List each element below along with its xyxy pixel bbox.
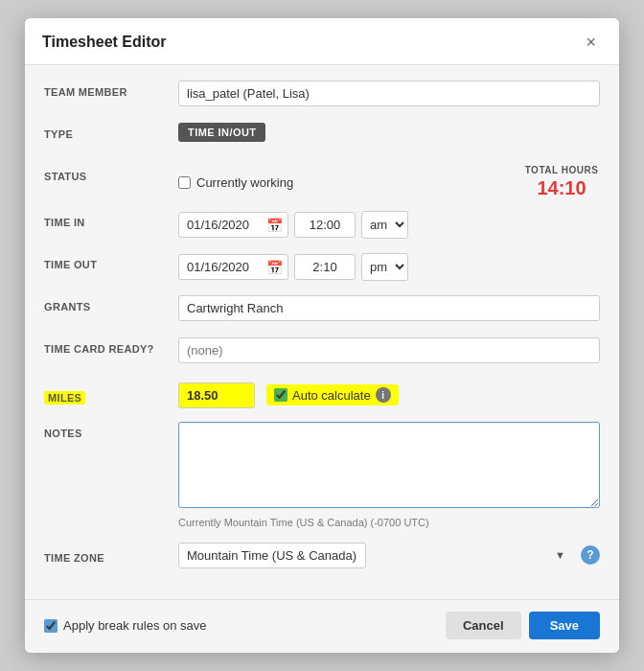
type-badge: TIME IN/OUT (178, 123, 265, 142)
miles-label: MILES (44, 386, 178, 404)
footer-buttons: Cancel Save (446, 612, 600, 639)
auto-calculate-label: Auto calculate (292, 388, 371, 403)
time-out-ampm-select[interactable]: am pm (361, 253, 408, 281)
help-icon[interactable]: ? (581, 545, 600, 565)
status-row: STATUS Currently working TOTAL HOURS 14:… (44, 165, 600, 199)
notes-control: Currently Mountain Time (US & Canada) (-… (178, 422, 600, 528)
time-out-label: TIME OUT (44, 253, 178, 270)
auto-calculate-area: Auto calculate i (266, 384, 399, 405)
close-button[interactable]: × (580, 32, 602, 53)
total-hours-label: TOTAL HOURS (523, 165, 600, 175)
type-row: TYPE TIME IN/OUT (44, 123, 600, 153)
dialog-title: Timesheet Editor (42, 34, 167, 51)
notes-textarea[interactable] (178, 422, 600, 508)
cancel-button[interactable]: Cancel (446, 612, 521, 639)
timezone-select-wrap: Mountain Time (US & Canada) ▼ ? (178, 543, 600, 568)
notes-row: NOTES Currently Mountain Time (US & Cana… (44, 422, 600, 528)
break-rules-label[interactable]: Apply break rules on save (44, 618, 207, 633)
timezone-select[interactable]: Mountain Time (US & Canada) (178, 543, 366, 568)
dialog-body: TEAM MEMBER TYPE TIME IN/OUT STATUS Curr… (25, 65, 619, 591)
time-zone-control: Mountain Time (US & Canada) ▼ ? (178, 543, 600, 568)
break-rules-checkbox[interactable] (44, 619, 58, 633)
time-out-datetime-group: 📅 am pm (178, 253, 408, 281)
time-in-control: 📅 am pm (178, 211, 600, 239)
time-in-ampm-select[interactable]: am pm (361, 211, 408, 239)
chevron-down-icon: ▼ (555, 549, 565, 561)
team-member-row: TEAM MEMBER (44, 81, 600, 111)
time-zone-label: TIME ZONE (44, 546, 178, 564)
time-in-datetime-group: 📅 am pm (178, 211, 408, 239)
break-rules-text: Apply break rules on save (63, 618, 207, 633)
time-in-date-input[interactable] (178, 212, 288, 238)
info-icon[interactable]: i (376, 387, 391, 403)
grants-control (178, 295, 600, 321)
grants-input[interactable] (178, 295, 600, 321)
time-out-row: TIME OUT 📅 am pm (44, 253, 600, 284)
miles-control: Auto calculate i (178, 382, 600, 408)
dialog-header: Timesheet Editor × (25, 18, 619, 65)
time-out-date-input[interactable] (178, 254, 288, 280)
team-member-input[interactable] (178, 81, 600, 106)
time-out-time-input[interactable] (294, 254, 356, 280)
time-out-date-wrap: 📅 (178, 254, 288, 280)
miles-row: MILES Auto calculate i (44, 380, 600, 410)
timesheet-editor-dialog: Timesheet Editor × TEAM MEMBER TYPE TIME… (25, 18, 619, 653)
grants-label: GRANTS (44, 295, 178, 312)
time-card-ready-input[interactable] (178, 337, 600, 363)
currently-working-label[interactable]: Currently working (178, 175, 293, 190)
currently-working-checkbox[interactable] (178, 176, 191, 189)
time-zone-row: TIME ZONE Mountain Time (US & Canada) ▼ … (44, 540, 600, 570)
save-button[interactable]: Save (529, 612, 600, 639)
time-in-row: TIME IN 📅 am pm (44, 211, 600, 242)
miles-input[interactable] (178, 382, 255, 408)
grants-row: GRANTS (44, 295, 600, 326)
type-control: TIME IN/OUT (178, 123, 600, 142)
time-in-time-input[interactable] (294, 212, 356, 238)
time-out-control: 📅 am pm (178, 253, 600, 281)
status-label: STATUS (44, 165, 178, 182)
time-card-ready-label: TIME CARD READY? (44, 337, 178, 355)
time-card-ready-row: TIME CARD READY? (44, 337, 600, 368)
team-member-control (178, 81, 600, 106)
notes-label: NOTES (44, 422, 178, 439)
timezone-note: Currently Mountain Time (US & Canada) (-… (178, 517, 600, 528)
time-card-ready-control (178, 337, 600, 363)
dialog-footer: Apply break rules on save Cancel Save (25, 599, 619, 653)
time-in-date-wrap: 📅 (178, 212, 288, 238)
total-hours-box: TOTAL HOURS 14:10 (523, 165, 600, 199)
auto-calculate-checkbox[interactable] (274, 388, 288, 402)
total-hours-value: 14:10 (523, 177, 600, 199)
type-label: TYPE (44, 123, 178, 140)
team-member-label: TEAM MEMBER (44, 81, 178, 98)
status-control: Currently working TOTAL HOURS 14:10 (178, 165, 600, 199)
time-in-label: TIME IN (44, 211, 178, 228)
timezone-select-container: Mountain Time (US & Canada) ▼ (178, 543, 573, 568)
